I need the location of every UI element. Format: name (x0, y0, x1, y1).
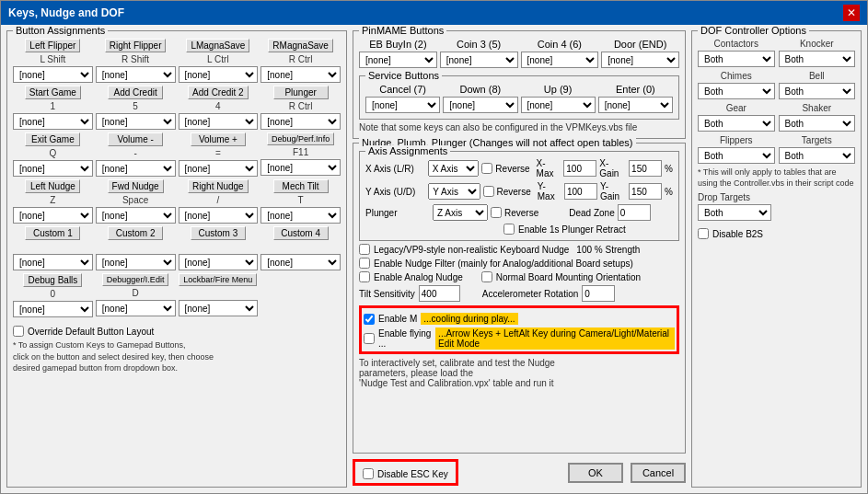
btn-cell-custom2: Custom 2 [none] (96, 226, 176, 270)
right-flipper-select[interactable]: [none] (96, 66, 176, 83)
mech-tilt-btn[interactable]: Mech Tilt (273, 179, 329, 193)
volume-plus-btn[interactable]: Volume + (191, 132, 246, 146)
exit-game-select[interactable]: [none] (13, 160, 93, 177)
y-axis-reverse-label: Reverse (497, 187, 531, 197)
fwd-nudge-select[interactable]: [none] (96, 207, 176, 224)
cancel-button[interactable]: Cancel (631, 463, 686, 483)
override-checkbox[interactable] (13, 326, 24, 337)
debug-perf-btn[interactable]: Debug/Perf.Info (267, 132, 334, 145)
custom3-btn[interactable]: Custom 3 (191, 226, 246, 240)
legacy-nudge-checkbox[interactable] (359, 244, 370, 255)
debug-balls-btn[interactable]: Debug Balls (23, 273, 82, 287)
close-button[interactable]: ✕ (843, 5, 860, 21)
dead-zone-input[interactable] (618, 204, 651, 221)
service-down-select[interactable]: [none] (443, 97, 517, 113)
normal-mounting-checkbox[interactable] (481, 271, 492, 282)
plunger-btn[interactable]: Plunger (273, 86, 329, 99)
x-axis-select[interactable]: X Axis (428, 160, 480, 177)
dof-gear-select[interactable]: Both (698, 115, 775, 132)
exit-game-btn[interactable]: Exit Game (25, 132, 80, 146)
plunger-retract-checkbox[interactable] (503, 224, 515, 235)
dof-chimes-select[interactable]: Both (698, 83, 775, 99)
custom2-select[interactable]: [none] (96, 254, 176, 270)
custom4-btn[interactable]: Custom 4 (273, 226, 329, 240)
left-nudge-select[interactable]: [none] (13, 207, 93, 224)
btn-cell-rmagnasave: RMagnaSave R Ctrl [none] (260, 39, 341, 83)
btn-cell-right-nudge: Right Nudge / [none] (179, 179, 259, 224)
pinmame-coin4-select[interactable]: [none] (521, 52, 599, 68)
y-max-input[interactable] (564, 183, 597, 200)
pinmame-coin3-select[interactable]: [none] (440, 52, 518, 68)
disable-b2s-checkbox[interactable] (698, 228, 709, 239)
lmagnasave-select[interactable]: [none] (179, 66, 259, 83)
analog-nudge-checkbox[interactable] (359, 271, 370, 282)
start-game-select[interactable]: [none] (13, 113, 93, 130)
mech-tilt-select[interactable]: [none] (260, 207, 341, 224)
lockbar-btn[interactable]: Lockbar/Fire Menu (179, 273, 257, 286)
right-nudge-select[interactable]: [none] (179, 207, 259, 224)
rmagnasave-btn[interactable]: RMagnaSave (268, 39, 333, 52)
btn-cell-custom4: Custom 4 [none] (260, 226, 341, 270)
dof-targets-select[interactable]: Both (779, 147, 856, 164)
x-gain-input[interactable] (629, 160, 662, 177)
service-enter: Enter (0) [none] (598, 84, 673, 113)
custom1-btn[interactable]: Custom 1 (25, 226, 80, 240)
pinmame-ebbuy-select[interactable]: [none] (359, 52, 437, 68)
custom1-select[interactable]: [none] (13, 254, 93, 270)
enable-flying-checkbox[interactable] (364, 333, 375, 344)
service-enter-select[interactable]: [none] (598, 97, 673, 113)
dof-flippers-select[interactable]: Both (698, 147, 775, 164)
debug-perf-select[interactable]: [none] (260, 159, 341, 176)
dof-bell-select[interactable]: Both (779, 83, 856, 99)
custom4-select[interactable]: [none] (260, 254, 341, 270)
left-flipper-btn[interactable]: Left Flipper (25, 39, 80, 52)
fwd-nudge-btn[interactable]: Fwd Nudge (108, 179, 164, 193)
tilt-input[interactable] (419, 285, 460, 302)
service-cancel-select[interactable]: [none] (365, 97, 440, 113)
add-credit2-select[interactable]: [none] (179, 113, 259, 130)
dof-shaker-select[interactable]: Both (779, 115, 856, 132)
x-axis-reverse-checkbox[interactable] (481, 163, 492, 174)
disable-esc-checkbox[interactable] (363, 468, 374, 479)
ok-button[interactable]: OK (568, 463, 623, 483)
add-credit-btn[interactable]: Add Credit (108, 86, 163, 99)
left-flipper-select[interactable]: [none] (13, 66, 93, 83)
left-nudge-btn[interactable]: Left Nudge (25, 179, 80, 193)
lockbar-select[interactable]: [none] (179, 300, 259, 316)
lmagnasave-btn[interactable]: LMagnaSave (186, 39, 249, 52)
custom2-btn[interactable]: Custom 2 (108, 226, 163, 240)
add-credit2-btn[interactable]: Add Credit 2 (188, 86, 249, 99)
y-gain-input[interactable] (629, 183, 662, 200)
volume-minus-select[interactable]: [none] (96, 160, 176, 177)
enable-m-checkbox[interactable] (364, 314, 375, 325)
dof-drop-targets-select[interactable]: Both (698, 204, 771, 221)
service-up-select[interactable]: [none] (521, 97, 596, 113)
debug-balls-select[interactable]: [none] (13, 301, 93, 317)
custom3-select[interactable]: [none] (179, 254, 259, 270)
right-nudge-btn[interactable]: Right Nudge (188, 179, 249, 193)
y-axis-select[interactable]: Y Axis (428, 183, 480, 200)
debugger-select[interactable]: [none] (96, 300, 176, 316)
plunger-reverse-checkbox[interactable] (491, 207, 502, 218)
disable-esc-row: Disable ESC Key (363, 468, 448, 479)
dof-targets: Targets Both (779, 135, 856, 164)
y-axis-reverse-checkbox[interactable] (483, 186, 494, 197)
dof-knocker-select[interactable]: Both (779, 51, 856, 67)
plunger-axis-select[interactable]: Z Axis (433, 204, 488, 221)
dof-contactors-select[interactable]: Both (698, 51, 775, 67)
accel-input[interactable] (582, 285, 615, 302)
debugger-btn[interactable]: Debugger/I.Edit (102, 273, 169, 286)
service-cancel: Cancel (7) [none] (365, 84, 440, 113)
y-max-label: Y-Max (538, 181, 561, 201)
plunger-select[interactable]: [none] (260, 113, 341, 130)
x-max-input[interactable] (563, 160, 596, 177)
start-game-btn[interactable]: Start Game (25, 86, 81, 99)
add-credit-select[interactable]: [none] (96, 113, 176, 130)
right-flipper-btn[interactable]: Right Flipper (105, 39, 167, 52)
nudge-filter-checkbox[interactable] (359, 258, 370, 269)
pinmame-door-select[interactable]: [none] (601, 52, 679, 68)
volume-minus-btn[interactable]: Volume - (108, 132, 163, 146)
volume-plus-select[interactable]: [none] (179, 160, 259, 177)
rmagnasave-select[interactable]: [none] (260, 66, 341, 83)
dof-note: * This will only apply to tables that ar… (698, 167, 855, 189)
